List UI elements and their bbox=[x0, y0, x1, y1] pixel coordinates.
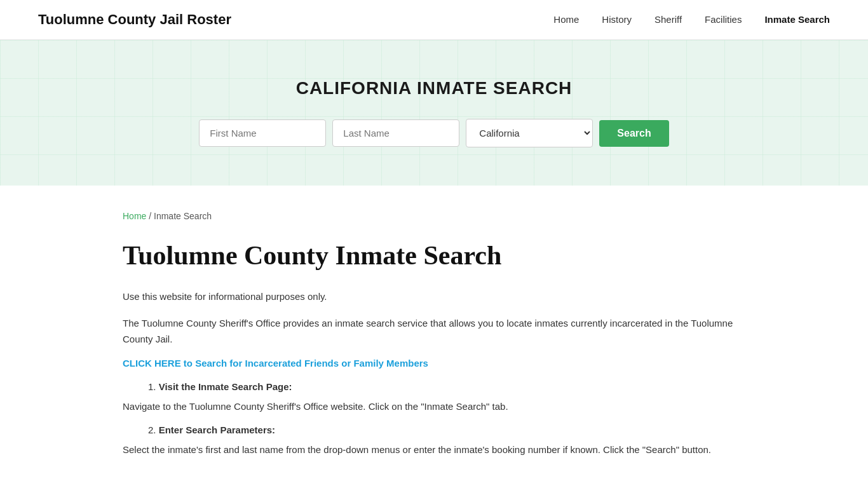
step-1-label: Visit the Inmate Search Page: bbox=[159, 381, 292, 392]
nav-home[interactable]: Home bbox=[553, 14, 579, 25]
last-name-input[interactable] bbox=[332, 119, 459, 147]
body-para-1: Use this website for informational purpo… bbox=[123, 288, 745, 305]
state-select[interactable]: California Alabama Alaska Arizona Arkans… bbox=[466, 119, 593, 147]
step-1-heading: 1. Visit the Inmate Search Page: bbox=[148, 381, 745, 392]
step-2-number: 2. bbox=[148, 424, 156, 435]
nav-facilities[interactable]: Facilities bbox=[705, 14, 742, 25]
first-name-input[interactable] bbox=[199, 119, 326, 147]
step-2-label: Enter Search Parameters: bbox=[159, 424, 275, 435]
main-content: Home / Inmate Search Tuolumne County Inm… bbox=[85, 186, 783, 488]
nav-links: Home History Sheriff Facilities Inmate S… bbox=[553, 14, 830, 25]
nav-sheriff[interactable]: Sheriff bbox=[654, 14, 682, 25]
search-button[interactable]: Search bbox=[599, 120, 668, 147]
body-para-2: The Tuolumne County Sheriff's Office pro… bbox=[123, 315, 745, 348]
step-1-number: 1. bbox=[148, 381, 156, 392]
breadcrumb-separator: / bbox=[149, 211, 154, 221]
nav-history[interactable]: History bbox=[602, 14, 632, 25]
step-1-body: Navigate to the Tuolumne County Sheriff'… bbox=[123, 398, 745, 415]
site-logo[interactable]: Tuolumne County Jail Roster bbox=[38, 11, 231, 28]
breadcrumb: Home / Inmate Search bbox=[123, 211, 745, 221]
nav-inmate-search[interactable]: Inmate Search bbox=[764, 14, 830, 25]
navbar: Tuolumne County Jail Roster Home History… bbox=[0, 0, 868, 40]
hero-title: CALIFORNIA INMATE SEARCH bbox=[13, 78, 855, 98]
step-2-body: Select the inmate's first and last name … bbox=[123, 442, 745, 458]
page-title: Tuolumne County Inmate Search bbox=[123, 240, 745, 271]
search-form: California Alabama Alaska Arizona Arkans… bbox=[13, 119, 855, 147]
step-2-heading: 2. Enter Search Parameters: bbox=[148, 424, 745, 435]
search-link[interactable]: CLICK HERE to Search for Incarcerated Fr… bbox=[123, 358, 428, 369]
breadcrumb-home[interactable]: Home bbox=[123, 211, 146, 221]
hero-section: CALIFORNIA INMATE SEARCH California Alab… bbox=[0, 40, 868, 186]
breadcrumb-current: Inmate Search bbox=[154, 211, 212, 221]
